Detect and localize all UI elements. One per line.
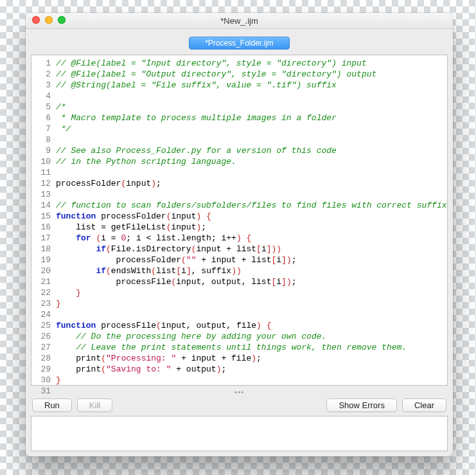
line-number: 14	[31, 200, 51, 211]
line-number: 6	[31, 112, 51, 123]
line-number: 7	[31, 123, 51, 134]
code-line[interactable]: // in the Python scripting language.	[56, 156, 445, 167]
window-controls	[32, 16, 66, 24]
line-number: 24	[31, 309, 51, 320]
line-number: 4	[31, 91, 51, 102]
code-line[interactable]: // Leave the print statements until thin…	[56, 342, 445, 353]
line-number: 9	[31, 145, 51, 156]
line-number: 17	[31, 233, 51, 244]
zoom-icon[interactable]	[58, 16, 66, 24]
line-number: 19	[31, 255, 51, 265]
button-row: Run Kill Show Errors Clear	[31, 399, 448, 412]
line-number: 27	[31, 342, 51, 353]
line-number: 21	[31, 276, 51, 287]
minimize-icon[interactable]	[45, 16, 53, 24]
code-line[interactable]: print("Saving to: " + output);	[56, 364, 445, 375]
window-title: *New_.ijm	[220, 16, 258, 26]
code-line[interactable]: print("Processing: " + input + file);	[56, 353, 445, 364]
line-number: 28	[31, 353, 51, 364]
code-line[interactable]: processFile(input, output, list[i]);	[56, 276, 445, 287]
line-number: 5	[31, 102, 51, 112]
close-icon[interactable]	[32, 16, 40, 24]
code-line[interactable]: function processFile(input, output, file…	[56, 320, 445, 331]
line-number: 22	[31, 287, 51, 298]
code-line[interactable]: }	[56, 375, 445, 385]
code-line[interactable]: if(endsWith(list[i], suffix))	[56, 265, 445, 276]
code-line[interactable]: // function to scan folders/subfolders/f…	[56, 200, 445, 211]
code-line[interactable]: /*	[56, 102, 445, 112]
editor-window: *New_.ijm *Process_Folder.ijm 1234567891…	[26, 13, 453, 456]
code-line[interactable]: function processFolder(input) {	[56, 211, 445, 222]
code-line[interactable]: for (i = 0; i < list.length; i++) {	[56, 233, 445, 244]
line-number: 16	[31, 222, 51, 233]
code-line[interactable]: // See also Process_Folder.py for a vers…	[56, 145, 445, 156]
code-line[interactable]: }	[56, 287, 445, 298]
code-line[interactable]	[56, 134, 445, 145]
show-errors-button[interactable]: Show Errors	[326, 399, 397, 412]
content-area: *Process_Folder.ijm 12345678910111213141…	[26, 29, 453, 456]
code-line[interactable]	[56, 91, 445, 102]
code-line[interactable]: * Macro template to process multiple ima…	[56, 112, 445, 123]
code-line[interactable]: // @File(label = "Output directory", sty…	[56, 69, 445, 80]
line-number: 13	[31, 189, 51, 200]
line-number: 1	[31, 58, 51, 69]
line-number: 15	[31, 211, 51, 222]
code-line[interactable]: // @File(label = "Input directory", styl…	[56, 58, 445, 69]
kill-button[interactable]: Kill	[77, 399, 112, 412]
code-line[interactable]: // Do the processing here by adding your…	[56, 331, 445, 342]
line-number: 30	[31, 375, 51, 386]
line-number: 23	[31, 298, 51, 309]
tab-process-folder[interactable]: *Process_Folder.ijm	[189, 37, 290, 49]
clear-button[interactable]: Clear	[402, 399, 446, 412]
code-line[interactable]	[56, 309, 445, 320]
line-number-gutter: 1234567891011121314151617181920212223242…	[31, 55, 53, 385]
line-number: 12	[31, 178, 51, 189]
line-number: 11	[31, 167, 51, 178]
resize-grip[interactable]: ●●●	[31, 390, 448, 395]
line-number: 18	[31, 244, 51, 255]
titlebar[interactable]: *New_.ijm	[26, 13, 453, 29]
line-number: 10	[31, 156, 51, 167]
line-number: 3	[31, 80, 51, 91]
output-console[interactable]	[31, 416, 448, 451]
code-line[interactable]: if(File.isDirectory(input + list[i]))	[56, 244, 445, 255]
tab-bar: *Process_Folder.ijm	[31, 34, 448, 51]
line-number: 20	[31, 265, 51, 276]
code-line[interactable]: processFolder("" + input + list[i]);	[56, 255, 445, 265]
code-line[interactable]: list = getFileList(input);	[56, 222, 445, 233]
line-number: 2	[31, 69, 51, 80]
code-line[interactable]	[56, 167, 445, 178]
line-number: 26	[31, 331, 51, 342]
line-number: 29	[31, 364, 51, 375]
run-button[interactable]: Run	[32, 399, 72, 412]
code-area[interactable]: // @File(label = "Input directory", styl…	[53, 55, 447, 385]
code-line[interactable]: processFolder(input);	[56, 178, 445, 189]
code-editor[interactable]: 1234567891011121314151617181920212223242…	[31, 55, 448, 386]
code-line[interactable]: // @String(label = "File suffix", value …	[56, 80, 445, 91]
code-line[interactable]: }	[56, 298, 445, 309]
code-line[interactable]	[56, 189, 445, 200]
line-number: 8	[31, 134, 51, 145]
code-line[interactable]: */	[56, 123, 445, 134]
line-number: 25	[31, 320, 51, 331]
